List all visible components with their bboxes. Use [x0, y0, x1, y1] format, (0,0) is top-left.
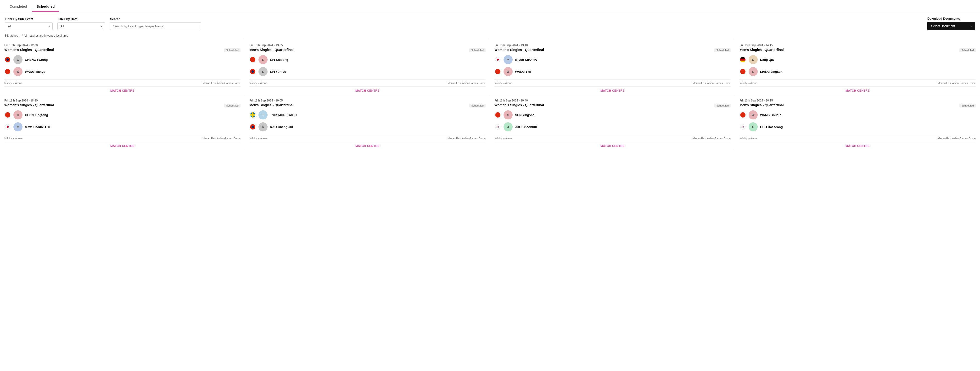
match-title: Men's Singles - Quarterfinal	[249, 103, 294, 107]
download-filter: Download Documents Select Document	[928, 17, 975, 30]
venue-left: Infinity ∞ Arena	[740, 137, 757, 140]
player-1: L LIN Shidong	[249, 55, 485, 64]
player-2-flag: 🇰🇷	[740, 124, 746, 129]
player-1-name: CHEN Xingtong	[25, 113, 48, 117]
search-label: Search	[110, 17, 201, 21]
players-list: M Miyuu KIHARA W WANG Yidi	[495, 55, 731, 76]
venue-row: Infinity ∞ Arena Macao East Asian Games …	[4, 135, 240, 142]
match-count: 8 Matches	[5, 34, 18, 37]
players-list: C CHEN Xingtong M Miwa HARIMOTO	[4, 110, 240, 131]
player-1-flag	[740, 57, 746, 62]
player-1-flag	[740, 113, 746, 117]
match-centre-button[interactable]: MATCH CENTRE	[4, 86, 240, 95]
match-card: Fri, 13th Sep 2024 - 12:30 Women's Singl…	[0, 40, 245, 95]
match-note: * All matches are in venue local time	[22, 34, 68, 37]
player-2: L LIANG Jingkun	[740, 67, 976, 76]
player-1: M Miyuu KIHARA	[495, 55, 731, 64]
tab-scheduled[interactable]: Scheduled	[32, 0, 60, 12]
player-1-name: CHENG I-Ching	[25, 58, 48, 62]
player-2-name: Miwa HARIMOTO	[25, 125, 50, 129]
players-list: C CHENG I-Ching W WANG Manyu	[4, 55, 240, 76]
venue-right: Macao East Asian Games Dome	[447, 81, 485, 84]
player-1: W WANG Chuqin	[740, 110, 976, 119]
match-centre-button[interactable]: MATCH CENTRE	[249, 142, 485, 150]
venue-right: Macao East Asian Games Dome	[202, 81, 240, 84]
venue-row: Infinity ∞ Arena Macao East Asian Games …	[249, 80, 485, 86]
venue-right: Macao East Asian Games Dome	[938, 137, 976, 140]
players-list: L LIN Shidong L LIN Yun-Ju	[249, 55, 485, 76]
player-1-flag	[249, 113, 256, 117]
filters-row: Filter By Sub Event All Filter By Date A…	[0, 12, 980, 33]
venue-left: Infinity ∞ Arena	[495, 137, 512, 140]
matches-grid: Fri, 13th Sep 2024 - 12:30 Women's Singl…	[0, 40, 980, 150]
sub-event-select[interactable]: All	[5, 22, 52, 30]
venue-left: Infinity ∞ Arena	[249, 137, 267, 140]
match-card: Fri, 13th Sep 2024 - 14:15 Men's Singles…	[735, 40, 980, 95]
player-1-name: Dang QIU	[760, 58, 774, 62]
match-card: Fri, 13th Sep 2024 - 19:05 Men's Singles…	[245, 95, 490, 150]
venue-row: Infinity ∞ Arena Macao East Asian Games …	[495, 80, 731, 86]
player-2-flag	[249, 69, 256, 74]
match-title: Men's Singles - Quarterfinal	[249, 48, 294, 52]
player-2: W WANG Manyu	[4, 67, 240, 76]
match-centre-button[interactable]: MATCH CENTRE	[495, 142, 731, 150]
player-1-name: LIN Shidong	[270, 58, 288, 62]
match-centre-button[interactable]: MATCH CENTRE	[4, 142, 240, 150]
match-title: Men's Singles - Quarterfinal	[740, 48, 784, 52]
venue-right: Macao East Asian Games Dome	[447, 137, 485, 140]
match-datetime: Fri, 13th Sep 2024 - 13:40	[495, 43, 731, 47]
player-1: C CHEN Xingtong	[4, 110, 240, 119]
player-2-name: KAO Cheng-Jui	[270, 125, 293, 129]
venue-left: Infinity ∞ Arena	[495, 81, 512, 84]
match-datetime: Fri, 13th Sep 2024 - 19:40	[495, 99, 731, 102]
date-select[interactable]: All	[57, 22, 105, 30]
match-card: Fri, 13th Sep 2024 - 18:30 Women's Singl…	[0, 95, 245, 150]
player-2: 🇰🇷 C CHO Daeseong	[740, 122, 976, 131]
tab-completed[interactable]: Completed	[5, 0, 32, 12]
venue-left: Infinity ∞ Arena	[4, 81, 22, 84]
venue-right: Macao East Asian Games Dome	[938, 81, 976, 84]
status-badge: Scheduled	[959, 48, 976, 52]
status-badge: Scheduled	[224, 48, 240, 52]
player-1-name: Truls MOREGARD	[270, 113, 297, 117]
match-title: Women's Singles - Quarterfinal	[495, 103, 544, 107]
venue-right: Macao East Asian Games Dome	[692, 137, 731, 140]
player-2-flag: 🇰🇷	[495, 124, 501, 129]
players-list: W WANG Chuqin 🇰🇷 C CHO Daeseong	[740, 110, 976, 131]
match-centre-button[interactable]: MATCH CENTRE	[249, 86, 485, 95]
match-title: Women's Singles - Quarterfinal	[4, 48, 54, 52]
match-centre-button[interactable]: MATCH CENTRE	[740, 142, 976, 150]
venue-left: Infinity ∞ Arena	[249, 81, 267, 84]
status-badge: Scheduled	[959, 103, 976, 107]
player-2-flag	[495, 69, 501, 74]
player-2: M Miwa HARIMOTO	[4, 122, 240, 131]
player-1-name: WANG Chuqin	[760, 113, 781, 117]
status-badge: Scheduled	[469, 103, 485, 107]
player-2-flag	[4, 69, 11, 74]
venue-row: Infinity ∞ Arena Macao East Asian Games …	[4, 80, 240, 86]
match-card: Fri, 13th Sep 2024 - 13:05 Men's Singles…	[245, 40, 490, 95]
players-list: T Truls MOREGARD K KAO Cheng-Jui	[249, 110, 485, 131]
player-2-name: LIN Yun-Ju	[270, 70, 286, 73]
match-title: Women's Singles - Quarterfinal	[495, 48, 544, 52]
match-centre-button[interactable]: MATCH CENTRE	[740, 86, 976, 95]
player-2-flag	[4, 124, 11, 129]
search-filter: Search	[110, 17, 201, 30]
download-label: Download Documents	[928, 17, 975, 20]
player-2-flag	[740, 69, 746, 74]
player-1: C CHENG I-Ching	[4, 55, 240, 64]
match-datetime: Fri, 13th Sep 2024 - 18:30	[4, 99, 240, 102]
download-select[interactable]: Select Document	[928, 22, 975, 30]
player-1-name: SUN Yingsha	[515, 113, 535, 117]
match-centre-button[interactable]: MATCH CENTRE	[495, 86, 731, 95]
venue-right: Macao East Asian Games Dome	[692, 81, 731, 84]
venue-row: Infinity ∞ Arena Macao East Asian Games …	[740, 80, 976, 86]
match-info: 8 Matches | * All matches are in venue l…	[0, 33, 980, 40]
match-title: Women's Singles - Quarterfinal	[4, 103, 54, 107]
search-input[interactable]	[110, 22, 201, 30]
player-1-flag	[495, 113, 501, 117]
venue-row: Infinity ∞ Arena Macao East Asian Games …	[740, 135, 976, 142]
player-2-flag	[249, 124, 256, 129]
status-badge: Scheduled	[224, 103, 240, 107]
players-list: D Dang QIU L LIANG Jingkun	[740, 55, 976, 76]
